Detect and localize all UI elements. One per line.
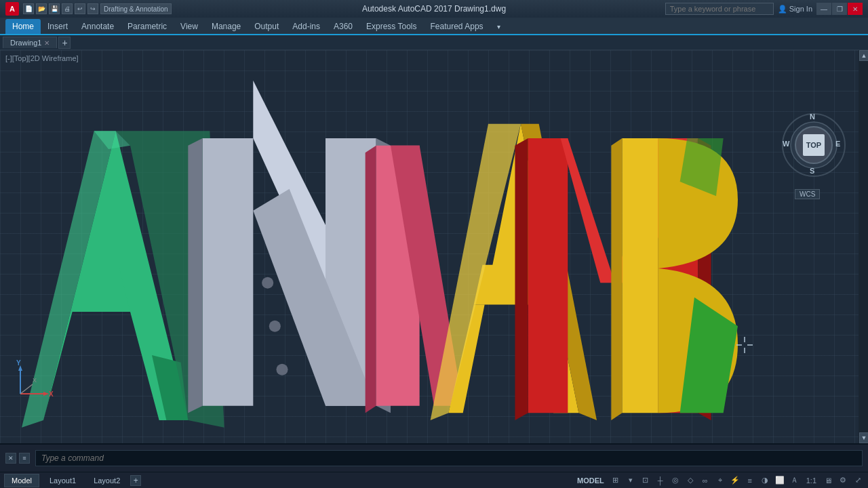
svg-marker-39 bbox=[43, 392, 49, 396]
close-drawing-icon[interactable]: ✕ bbox=[44, 39, 50, 47]
ducs-icon[interactable]: ⌖ bbox=[714, 474, 726, 487]
letter-N bbox=[188, 81, 391, 413]
dyn-icon[interactable]: ⚡ bbox=[729, 474, 741, 487]
new-drawing-button[interactable]: + bbox=[58, 37, 71, 49]
user-icon: 👤 bbox=[778, 5, 787, 14]
new-layout-button[interactable]: + bbox=[130, 475, 141, 486]
search-input[interactable] bbox=[665, 3, 774, 15]
layout2-tab[interactable]: Layout2 bbox=[86, 474, 127, 487]
tab-extra[interactable]: ▾ bbox=[490, 19, 507, 34]
svg-marker-10 bbox=[188, 138, 202, 413]
close-button[interactable]: ✕ bbox=[848, 3, 863, 15]
polar-icon[interactable]: ◎ bbox=[669, 474, 682, 487]
status-right: MODEL ⊞ ▾ ⊡ ┼ ◎ ◇ ∞ ⌖ ⚡ ≡ ◑ ⬜ Ａ 1:1 🖥 ⚙ … bbox=[574, 474, 864, 487]
compass-east: E bbox=[835, 140, 840, 148]
command-input[interactable] bbox=[35, 450, 863, 466]
drawing-tabs: Drawing1 ✕ + bbox=[0, 35, 868, 50]
workspace-dropdown[interactable]: Drafting & Annotation bbox=[100, 3, 172, 14]
svg-point-12 bbox=[262, 277, 273, 289]
redo-icon[interactable]: ↪ bbox=[87, 3, 98, 14]
model-indicator[interactable]: MODEL bbox=[574, 476, 607, 485]
model-tab[interactable]: Model bbox=[4, 474, 39, 487]
save-icon[interactable]: 💾 bbox=[49, 3, 60, 14]
tab-parametric[interactable]: Parametric bbox=[121, 19, 174, 34]
otrack-icon[interactable]: ∞ bbox=[699, 474, 711, 487]
viewport[interactable]: [-][Top][2D Wireframe] bbox=[0, 50, 868, 443]
scroll-up-button[interactable]: ▲ bbox=[859, 50, 868, 61]
3d-letters-display bbox=[0, 50, 868, 443]
compass-north: N bbox=[810, 113, 815, 121]
cmd-options-icon[interactable]: ≡ bbox=[19, 453, 30, 464]
plot-icon[interactable]: 🖨 bbox=[62, 3, 73, 14]
tab-express-tools[interactable]: Express Tools bbox=[359, 19, 423, 34]
layout1-tab[interactable]: Layout1 bbox=[42, 474, 83, 487]
lineweight-icon[interactable]: ≡ bbox=[744, 474, 756, 487]
svg-line-40 bbox=[20, 384, 33, 394]
quick-access-toolbar[interactable]: 📄 📂 💾 🖨 ↩ ↪ Drafting & Annotation bbox=[23, 3, 172, 14]
tab-annotate[interactable]: Annotate bbox=[75, 19, 121, 34]
svg-marker-22 bbox=[528, 138, 568, 413]
command-icons[interactable]: ✕ ≡ bbox=[5, 453, 30, 464]
title-bar-left: A 📄 📂 💾 🖨 ↩ ↪ Drafting & Annotation bbox=[5, 2, 172, 16]
snap-icon[interactable]: ⊡ bbox=[639, 474, 652, 487]
scroll-down-button[interactable]: ▼ bbox=[859, 432, 868, 443]
cmd-close-icon[interactable]: ✕ bbox=[5, 453, 16, 464]
viewcube-top[interactable]: TOP bbox=[795, 126, 833, 164]
ribbon-tabs: Home Insert Annotate Parametric View Man… bbox=[0, 18, 868, 35]
tab-view[interactable]: View bbox=[174, 19, 205, 34]
zoom-level[interactable]: 1:1 bbox=[804, 476, 819, 485]
svg-marker-28 bbox=[622, 138, 658, 413]
svg-marker-17 bbox=[366, 146, 376, 413]
window-controls[interactable]: — ❐ ✕ bbox=[816, 3, 863, 15]
tab-featured-apps[interactable]: Featured Apps bbox=[424, 19, 490, 34]
svg-marker-29 bbox=[611, 138, 622, 420]
status-bar: Model Layout1 Layout2 + MODEL ⊞ ▾ ⊡ ┼ ◎ … bbox=[0, 472, 868, 488]
tab-insert[interactable]: Insert bbox=[41, 19, 75, 34]
window-title: Autodesk AutoCAD 2017 Drawing1.dwg bbox=[362, 4, 506, 14]
grid-options-icon[interactable]: ▾ bbox=[625, 474, 637, 487]
tab-addins[interactable]: Add-ins bbox=[285, 19, 327, 34]
new-icon[interactable]: 📄 bbox=[23, 3, 34, 14]
svg-marker-6 bbox=[203, 138, 254, 406]
ortho-icon[interactable]: ┼ bbox=[654, 474, 667, 487]
letter-B bbox=[611, 138, 738, 420]
compass-south: S bbox=[810, 167, 814, 175]
drawing-tab-1[interactable]: Drawing1 ✕ bbox=[3, 37, 57, 48]
title-bar-right: 👤 Sign In — ❐ ✕ bbox=[665, 3, 863, 15]
fullscreen-icon[interactable]: ⤢ bbox=[852, 474, 864, 487]
minimize-button[interactable]: — bbox=[816, 3, 831, 15]
osnap-icon[interactable]: ◇ bbox=[684, 474, 696, 487]
svg-point-13 bbox=[269, 321, 281, 332]
tab-manage[interactable]: Manage bbox=[205, 19, 248, 34]
svg-point-14 bbox=[276, 364, 288, 375]
viewcube[interactable]: N S E W TOP WCS bbox=[780, 111, 848, 199]
tab-output[interactable]: Output bbox=[248, 19, 285, 34]
maximize-button[interactable]: ❐ bbox=[832, 3, 847, 15]
grid-icon[interactable]: ⊞ bbox=[610, 474, 622, 487]
app-icon: A bbox=[5, 2, 19, 16]
svg-text:X: X bbox=[49, 390, 54, 398]
select-icon[interactable]: ⬜ bbox=[774, 474, 786, 487]
coordinate-axes: Y X X bbox=[14, 360, 54, 403]
title-bar: A 📄 📂 💾 🖨 ↩ ↪ Drafting & Annotation Auto… bbox=[0, 0, 868, 18]
undo-icon[interactable]: ↩ bbox=[75, 3, 85, 14]
tab-home[interactable]: Home bbox=[5, 19, 41, 34]
compass-west: W bbox=[783, 140, 789, 148]
svg-marker-26 bbox=[515, 138, 528, 420]
command-area: ✕ ≡ bbox=[0, 443, 868, 472]
vertical-scrollbar[interactable]: ▲ ▼ bbox=[859, 50, 868, 443]
tab-a360[interactable]: A360 bbox=[327, 19, 359, 34]
viewcube-label: TOP bbox=[803, 134, 825, 156]
ui-icon[interactable]: 🖥 bbox=[822, 474, 834, 487]
svg-marker-24 bbox=[561, 138, 615, 283]
wcs-label: WCS bbox=[795, 189, 820, 199]
workspace-icon[interactable]: ⚙ bbox=[837, 474, 849, 487]
transparency-icon[interactable]: ◑ bbox=[759, 474, 771, 487]
drawing-tab-label: Drawing1 bbox=[10, 39, 41, 47]
svg-text:X: X bbox=[33, 377, 37, 384]
open-icon[interactable]: 📂 bbox=[36, 3, 47, 14]
annotate-icon[interactable]: Ａ bbox=[789, 474, 801, 487]
signin-button[interactable]: 👤 Sign In bbox=[778, 5, 812, 14]
